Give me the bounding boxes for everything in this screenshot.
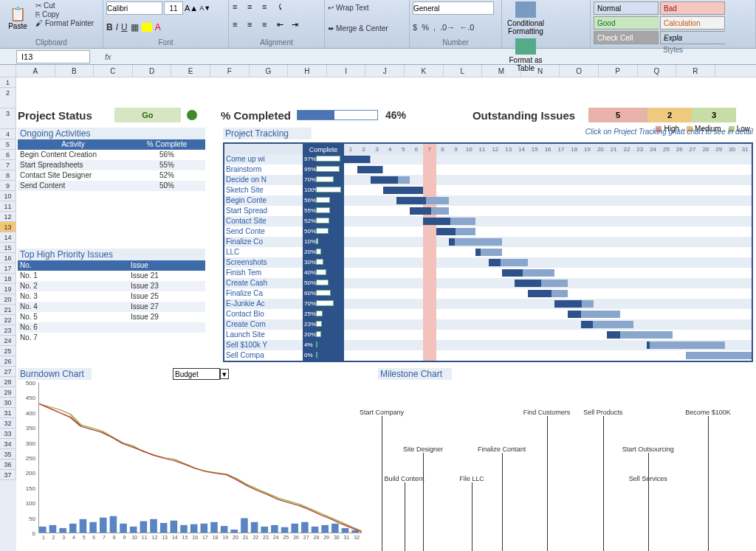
row-header-35[interactable]: 35 — [0, 449, 16, 460]
col-header-G[interactable]: G — [250, 65, 289, 77]
underline-button[interactable]: U — [121, 22, 128, 32]
col-header-P[interactable]: P — [599, 65, 638, 77]
align-middle-button[interactable]: ≡ — [247, 1, 258, 12]
gantt-chart[interactable]: Complete 1234567891011121314151617181920… — [223, 142, 753, 362]
bold-button[interactable]: B — [106, 22, 113, 32]
col-header-K[interactable]: K — [405, 65, 444, 77]
row-header-3[interactable]: 3 — [0, 108, 16, 129]
row-header-33[interactable]: 33 — [0, 429, 16, 439]
col-header-F[interactable]: F — [210, 65, 250, 77]
row-header-21[interactable]: 21 — [0, 305, 16, 315]
style-bad[interactable]: Bad — [660, 1, 725, 15]
italic-button[interactable]: I — [116, 22, 118, 32]
percent-button[interactable]: % — [422, 23, 429, 32]
border-button[interactable]: ▦ — [131, 22, 139, 32]
col-header-H[interactable]: H — [288, 65, 327, 77]
increase-decimal-button[interactable]: .0→ — [440, 23, 455, 32]
row-header-7[interactable]: 7 — [0, 160, 16, 170]
fill-color-button[interactable] — [142, 23, 152, 32]
style-explanatory[interactable]: Expla — [660, 31, 725, 44]
align-bottom-button[interactable]: ≡ — [261, 1, 273, 12]
chevron-down-icon[interactable]: ▾ — [220, 369, 229, 379]
paste-button[interactable]: 📋Paste — [3, 1, 32, 34]
row-header-22[interactable]: 22 — [0, 315, 16, 325]
style-normal[interactable]: Normal — [594, 1, 659, 15]
style-calculation[interactable]: Calculation — [660, 16, 725, 30]
style-check-cell[interactable]: Check Cell — [594, 31, 659, 44]
style-good[interactable]: Good — [594, 16, 659, 30]
row-header-1[interactable]: 1 — [0, 77, 16, 88]
row-header-32[interactable]: 32 — [0, 418, 16, 429]
burndown-dropdown[interactable] — [173, 368, 220, 380]
cut-button[interactable]: ✂Cut — [35, 1, 94, 10]
row-header-8[interactable]: 8 — [0, 170, 16, 181]
row-header-2[interactable]: 2 — [0, 88, 16, 108]
col-header-L[interactable]: L — [444, 65, 483, 77]
row-header-30[interactable]: 30 — [0, 398, 16, 408]
select-all-corner[interactable] — [0, 65, 16, 77]
copy-button[interactable]: ⎘Copy — [35, 10, 94, 18]
col-header-I[interactable]: I — [327, 65, 366, 77]
grow-font-button[interactable]: A▲ — [185, 4, 198, 13]
shrink-font-button[interactable]: A▼ — [199, 4, 210, 12]
row-header-5[interactable]: 5 — [0, 139, 16, 150]
row-header-29[interactable]: 29 — [0, 387, 16, 398]
font-color-button[interactable]: A — [155, 22, 161, 32]
col-header-D[interactable]: D — [133, 65, 172, 77]
row-header-36[interactable]: 36 — [0, 460, 16, 470]
row-header-28[interactable]: 28 — [0, 377, 16, 387]
row-header-17[interactable]: 17 — [0, 263, 16, 274]
align-center-button[interactable]: ≡ — [247, 19, 258, 30]
row-header-11[interactable]: 11 — [0, 201, 16, 212]
align-top-button[interactable]: ≡ — [232, 1, 244, 12]
currency-button[interactable]: $ — [413, 23, 417, 32]
row-header-25[interactable]: 25 — [0, 346, 16, 356]
align-left-button[interactable]: ≡ — [232, 19, 244, 30]
row-header-19[interactable]: 19 — [0, 284, 16, 294]
row-header-15[interactable]: 15 — [0, 243, 16, 253]
fx-icon[interactable]: fx — [105, 52, 111, 61]
comma-button[interactable]: , — [433, 23, 436, 32]
row-header-12[interactable]: 12 — [0, 212, 16, 222]
burndown-chart[interactable]: 050100150200250300350400450500 123456789… — [18, 383, 365, 545]
row-header-31[interactable]: 31 — [0, 408, 16, 418]
row-header-4[interactable]: 4 — [0, 129, 16, 139]
row-header-16[interactable]: 16 — [0, 253, 16, 263]
col-header-J[interactable]: J — [365, 65, 405, 77]
col-header-R[interactable]: R — [676, 65, 715, 77]
wrap-text-button[interactable]: ↩Wrap Text — [328, 1, 406, 14]
font-name-input[interactable] — [106, 1, 162, 15]
merge-center-button[interactable]: ⬌Merge & Center — [328, 22, 406, 35]
worksheet-canvas[interactable]: Project Status Go % Completed 46% Outsta… — [16, 77, 756, 551]
col-header-C[interactable]: C — [94, 65, 133, 77]
row-header-37[interactable]: 37 — [0, 470, 16, 480]
col-header-A[interactable]: A — [16, 65, 55, 77]
format-painter-button[interactable]: 🖌Format Painter — [35, 19, 94, 27]
orientation-button[interactable]: ⤹ — [276, 1, 288, 12]
row-header-20[interactable]: 20 — [0, 294, 16, 305]
col-header-Q[interactable]: Q — [638, 65, 677, 77]
row-header-23[interactable]: 23 — [0, 325, 16, 336]
align-right-button[interactable]: ≡ — [261, 19, 273, 30]
row-header-27[interactable]: 27 — [0, 367, 16, 377]
col-header-E[interactable]: E — [171, 65, 210, 77]
col-header-B[interactable]: B — [55, 65, 94, 77]
row-header-18[interactable]: 18 — [0, 274, 16, 284]
decrease-decimal-button[interactable]: ←.0 — [459, 23, 474, 32]
conditional-formatting-button[interactable]: Conditional Formatting — [505, 1, 546, 35]
row-header-10[interactable]: 10 — [0, 191, 16, 201]
row-header-9[interactable]: 9 — [0, 181, 16, 191]
milestone-chart[interactable]: Start CompanyBuild ContentSite DesignerF… — [378, 383, 753, 551]
row-header-26[interactable]: 26 — [0, 356, 16, 367]
format-as-table-button[interactable]: Format as Table — [505, 38, 546, 72]
row-header-14[interactable]: 14 — [0, 232, 16, 243]
name-box[interactable] — [16, 50, 90, 63]
row-header-13[interactable]: 13 — [0, 222, 16, 232]
row-header-24[interactable]: 24 — [0, 336, 16, 346]
indent-more-button[interactable]: ⇥ — [291, 19, 303, 30]
number-format-select[interactable] — [413, 1, 494, 15]
col-header-O[interactable]: O — [560, 65, 599, 77]
row-header-6[interactable]: 6 — [0, 150, 16, 160]
row-header-34[interactable]: 34 — [0, 439, 16, 449]
indent-less-button[interactable]: ⇤ — [276, 19, 288, 30]
